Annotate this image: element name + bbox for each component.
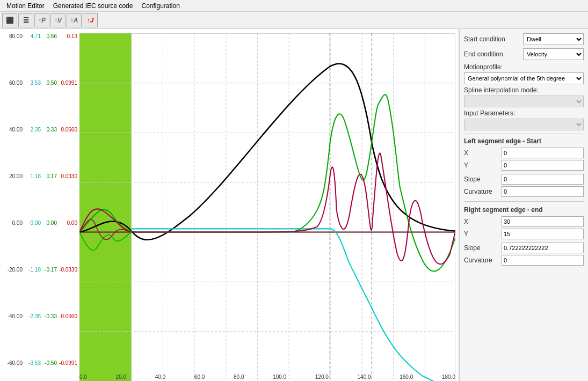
end-condition-select[interactable]: Dwell Velocity Acceleration — [523, 48, 584, 60]
x-label-6: 120.0 — [315, 374, 329, 380]
svg-rect-0 — [79, 33, 455, 381]
left-segment-title: Left segment edge - Start — [464, 137, 584, 145]
left-x-label: X — [464, 149, 502, 157]
y-green-5: 0.00 — [42, 220, 57, 226]
left-y-input[interactable] — [502, 160, 584, 171]
y-black-6: -20.00 — [1, 267, 23, 273]
y-cyan-4: 1.18 — [24, 173, 41, 179]
left-x-row: X — [464, 148, 584, 158]
menu-motion-editor[interactable]: Motion Editor — [2, 1, 49, 11]
y-black-1: 80.00 — [1, 33, 23, 39]
y-red-4: 0.0330 — [58, 173, 77, 179]
x-label-5: 100.0 — [273, 374, 286, 380]
x-label-9: 180.0 — [442, 374, 455, 380]
select-tool-button[interactable]: ⬛ — [2, 13, 17, 27]
y-red-5: 0.00 — [58, 220, 77, 226]
y-black-5: 0.00 — [1, 220, 23, 226]
main-layout: 80.00 60.00 40.00 20.00 0.00 -20.00 -40.… — [0, 29, 588, 381]
left-curvature-label: Curvature — [464, 188, 502, 195]
toolbar: ⬛ ☰ ↑P ↑V ↑A ↑J — [0, 12, 588, 29]
left-curvature-row: Curvature — [464, 186, 584, 197]
input-params-row: Input Parameters: — [464, 109, 584, 130]
y-cyan-8: -3.53 — [24, 360, 41, 366]
end-condition-row: End condition Dwell Velocity Acceleratio… — [464, 48, 584, 60]
y-cyan-3: 2.35 — [24, 127, 41, 133]
y-green-1: 0.66 — [42, 33, 57, 39]
right-y-input[interactable] — [502, 229, 584, 239]
x-label-3: 60.0 — [194, 374, 205, 380]
y-cyan-6: -1.18 — [24, 267, 41, 273]
right-slope-row: Slope — [464, 243, 584, 253]
left-x-input[interactable] — [502, 148, 584, 158]
motionprofile-row: Motionprofile: General polynomial of the… — [464, 63, 584, 84]
right-panel: Start condition Dwell Velocity Accelerat… — [459, 29, 588, 381]
jerk-tool-button[interactable]: ↑J — [83, 13, 98, 27]
right-y-row: Y — [464, 229, 584, 239]
right-curvature-row: Curvature — [464, 255, 584, 266]
left-y-label: Y — [464, 162, 502, 169]
left-curvature-input[interactable] — [502, 186, 584, 197]
x-label-0: 0.0 — [79, 374, 87, 380]
y-green-8: -0.50 — [42, 360, 57, 366]
y-axis-red: 0.13 0.0991 0.0660 0.0330 0.00 -0.0330 -… — [58, 33, 77, 366]
motionprofile-label: Motionprofile: — [464, 63, 584, 71]
input-params-label: Input Parameters: — [464, 109, 584, 117]
acceleration-tool-button[interactable]: ↑A — [67, 13, 82, 27]
menu-bar: Motion Editor Generated IEC source code … — [0, 0, 588, 12]
right-slope-label: Slope — [464, 244, 502, 252]
y-green-2: 0.50 — [42, 80, 57, 86]
y-red-8: -0.0991 — [58, 360, 77, 366]
y-axis-black: 80.00 60.00 40.00 20.00 0.00 -20.00 -40.… — [1, 33, 23, 366]
right-curvature-label: Curvature — [464, 257, 502, 264]
y-red-1: 0.13 — [58, 33, 77, 39]
start-condition-row: Start condition Dwell Velocity Accelerat… — [464, 33, 584, 45]
right-curvature-input[interactable] — [502, 255, 584, 266]
end-condition-label: End condition — [464, 50, 523, 58]
x-label-4: 80.0 — [234, 374, 244, 380]
chart-area: 80.00 60.00 40.00 20.00 0.00 -20.00 -40.… — [0, 29, 459, 381]
right-x-row: X — [464, 216, 584, 227]
y-green-7: -0.33 — [42, 313, 57, 319]
left-slope-row: Slope — [464, 174, 584, 185]
right-y-label: Y — [464, 230, 502, 238]
menu-configuration[interactable]: Configuration — [137, 1, 184, 11]
right-x-label: X — [464, 218, 502, 225]
left-slope-input[interactable] — [502, 174, 584, 185]
menu-generated-iec[interactable]: Generated IEC source code — [49, 1, 137, 11]
x-label-2: 40.0 — [155, 374, 165, 380]
x-axis-labels: 0.0 20.0 40.0 60.0 80.0 100.0 120.0 140.… — [79, 374, 455, 380]
list-tool-button[interactable]: ☰ — [18, 13, 33, 27]
right-slope-input[interactable] — [502, 243, 584, 253]
right-x-input[interactable] — [502, 216, 584, 227]
spline-row: Spline interpolation mode: — [464, 86, 584, 107]
position-tool-button[interactable]: ↑P — [34, 13, 49, 27]
left-slope-curvature: Slope Curvature — [464, 174, 584, 197]
left-y-row: Y — [464, 160, 584, 171]
right-slope-curvature: Slope Curvature — [464, 243, 584, 266]
x-label-8: 160.0 — [400, 374, 413, 380]
spline-label: Spline interpolation mode: — [464, 86, 584, 94]
y-red-3: 0.0660 — [58, 127, 77, 133]
y-cyan-2: 3.53 — [24, 80, 41, 86]
spline-select — [464, 96, 584, 107]
y-black-7: -40.00 — [1, 313, 23, 319]
y-axis-cyan: 4.71 3.53 2.35 1.18 0.00 -1.18 -2.35 -3.… — [24, 33, 41, 366]
y-black-2: 60.00 — [1, 80, 23, 86]
y-red-2: 0.0991 — [58, 80, 77, 86]
chart-svg — [79, 33, 455, 381]
y-cyan-5: 0.00 — [24, 220, 41, 226]
y-cyan-1: 4.71 — [24, 33, 41, 39]
motionprofile-select[interactable]: General polynomial of the 5th degree — [464, 72, 584, 84]
y-black-8: -60.00 — [1, 360, 23, 366]
y-black-4: 20.00 — [1, 173, 23, 179]
x-label-1: 20.0 — [116, 374, 126, 380]
left-slope-label: Slope — [464, 175, 502, 183]
y-green-4: 0.17 — [42, 173, 57, 179]
velocity-tool-button[interactable]: ↑V — [50, 13, 66, 27]
y-axis-green: 0.66 0.50 0.33 0.17 0.00 -0.17 -0.33 -0.… — [42, 33, 57, 366]
svg-rect-1 — [79, 33, 132, 381]
start-condition-label: Start condition — [464, 35, 523, 43]
start-condition-select[interactable]: Dwell Velocity Acceleration — [523, 33, 584, 45]
input-params-select — [464, 119, 584, 130]
y-red-7: -0.0660 — [58, 313, 77, 319]
